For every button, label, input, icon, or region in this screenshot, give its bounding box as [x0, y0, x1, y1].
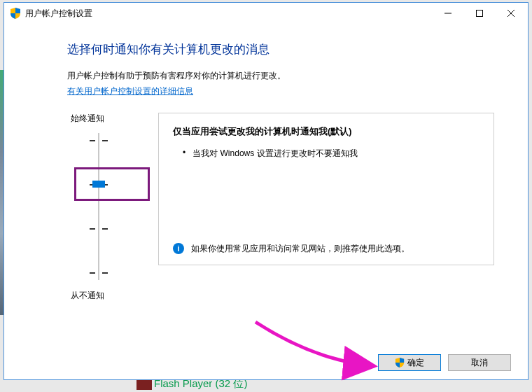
titlebar: 用户帐户控制设置: [4, 3, 528, 24]
uac-settings-window: 用户帐户控制设置 选择何时通知你有关计算机更改的消息 用户帐户控制有助于预防有害…: [4, 2, 528, 380]
maximize-button[interactable]: [463, 4, 495, 23]
info-bullet: 当我对 Windows 设置进行更改时不要通知我: [183, 148, 479, 160]
info-panel: 仅当应用尝试更改我的计算机时通知我(默认) 当我对 Windows 设置进行更改…: [158, 113, 494, 265]
minimize-button[interactable]: [432, 4, 463, 23]
slider-thumb[interactable]: [92, 181, 105, 188]
ok-button[interactable]: 确定: [378, 354, 441, 371]
maximize-icon: [476, 10, 483, 17]
cancel-button[interactable]: 取消: [448, 354, 511, 371]
info-title: 仅当应用尝试更改我的计算机时通知我(默认): [173, 126, 479, 138]
ok-button-label: 确定: [407, 357, 424, 369]
info-icon: i: [173, 243, 184, 254]
slider-tick: [90, 228, 108, 230]
slider-track-line: [98, 133, 99, 280]
minimize-icon: [444, 10, 451, 17]
slider-label-bottom: 从不通知: [71, 290, 158, 302]
uac-shield-icon: [395, 358, 405, 368]
slider-tick: [90, 140, 108, 141]
annotation-highlight: [74, 167, 150, 201]
page-heading: 选择何时通知你有关计算机更改的消息: [67, 41, 494, 57]
uac-slider[interactable]: [74, 133, 123, 280]
window-title: 用户帐户控制设置: [25, 8, 432, 20]
svg-rect-1: [476, 10, 482, 17]
close-icon: [507, 10, 514, 17]
slider-tick: [90, 272, 108, 274]
close-button[interactable]: [495, 4, 526, 23]
help-link[interactable]: 有关用户帐户控制设置的详细信息: [67, 85, 193, 97]
info-recommendation: 如果你使用常见应用和访问常见网站，则推荐使用此选项。: [191, 242, 410, 255]
cancel-button-label: 取消: [471, 357, 488, 369]
slider-label-top: 始终通知: [71, 113, 158, 125]
page-description: 用户帐户控制有助于预防有害程序对你的计算机进行更改。: [67, 70, 494, 82]
uac-shield-icon: [10, 8, 21, 19]
